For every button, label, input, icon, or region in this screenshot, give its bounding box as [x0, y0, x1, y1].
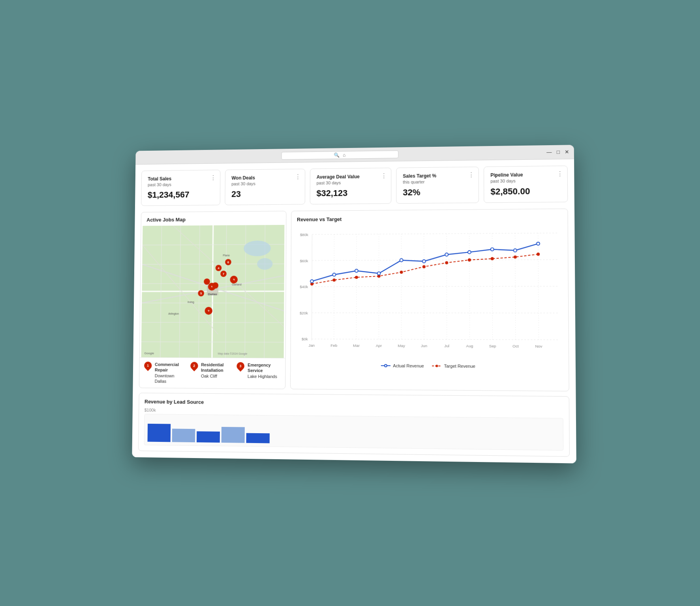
job-pin-num-3: 3	[240, 364, 242, 368]
kpi-label-1: Total Sales	[148, 176, 214, 182]
kpi-menu-dots-3[interactable]: ⋮	[381, 172, 387, 180]
kpi-sublabel-1: past 30 days	[148, 182, 214, 187]
job-item-2: 2 Residential Installation Oak Cliff	[190, 362, 233, 384]
svg-point-92	[332, 273, 336, 276]
job-pin-num-2: 2	[193, 364, 195, 368]
svg-text:Sep: Sep	[489, 344, 496, 348]
svg-text:$60k: $60k	[300, 258, 308, 263]
svg-point-96	[422, 260, 425, 263]
kpi-avg-deal: ⋮ Average Deal Value past 30 days $32,12…	[310, 168, 391, 204]
job-name-2: Residential Installation	[201, 362, 224, 372]
svg-text:Arlington: Arlington	[168, 312, 179, 315]
revenue-chart-title: Revenue vs Target	[297, 215, 561, 223]
svg-line-59	[334, 234, 334, 340]
svg-point-82	[355, 276, 358, 279]
svg-point-88	[490, 257, 494, 260]
map-title: Active Jobs Map	[141, 211, 286, 226]
svg-line-65	[469, 234, 469, 341]
svg-line-55	[312, 286, 558, 287]
main-content: ⋮ Total Sales past 30 days $1,234,567 ⋮ …	[132, 159, 576, 463]
svg-point-87	[467, 258, 471, 262]
address-bar[interactable]: 🔍 ⌂	[281, 150, 398, 160]
search-icon: 🔍	[334, 152, 340, 158]
svg-text:4: 4	[218, 266, 220, 270]
revenue-chart-svg: $80k $60k $40k $20k $0k	[296, 224, 563, 361]
svg-point-100	[513, 249, 516, 252]
kpi-menu-dots-1[interactable]: ⋮	[210, 174, 216, 181]
revenue-chart-section: Revenue vs Target $80k $60k $40k $20k $0…	[290, 208, 569, 391]
minimize-button[interactable]: —	[546, 149, 552, 155]
svg-text:$40k: $40k	[300, 284, 308, 289]
job-text-3: Emergency Service Lake Highlands	[248, 362, 281, 379]
kpi-sublabel-5: past 30 days	[490, 178, 561, 183]
lead-source-section: Revenue by Lead Source $100k	[138, 393, 570, 457]
svg-text:Feb: Feb	[330, 343, 337, 348]
kpi-menu-dots-2[interactable]: ⋮	[295, 173, 301, 180]
svg-text:$0k: $0k	[301, 337, 308, 341]
kpi-label-2: Won Deals	[231, 174, 298, 181]
kpi-sublabel-3: past 30 days	[316, 180, 385, 185]
app-window: 🔍 ⌂ — □ ✕ ⋮ Total Sales past 30 days $1,…	[132, 145, 576, 464]
map-container[interactable]: Dallas Plano Garland Irving Arlington 1	[139, 225, 286, 358]
kpi-sublabel-4: this quarter	[403, 179, 472, 184]
job-name-3: Emergency Service	[248, 363, 271, 373]
job-text-1: Commercial Repair Downtown Dallas	[154, 362, 187, 384]
lead-source-chart	[144, 414, 563, 451]
svg-point-81	[332, 279, 336, 282]
svg-point-86	[445, 261, 448, 264]
kpi-value-5: $2,850.00	[490, 186, 561, 197]
bar-3	[196, 431, 220, 443]
svg-text:Jul: Jul	[444, 344, 449, 348]
svg-point-93	[355, 269, 358, 272]
bar-5	[246, 433, 269, 443]
map-svg: Dallas Plano Garland Irving Arlington 1	[139, 225, 286, 358]
svg-text:7: 7	[222, 272, 224, 276]
kpi-value-2: 23	[231, 189, 298, 199]
svg-text:Map data ©2024 Google: Map data ©2024 Google	[218, 352, 247, 355]
svg-text:Jun: Jun	[421, 344, 427, 348]
kpi-menu-dots-4[interactable]: ⋮	[468, 171, 474, 178]
kpi-pipeline: ⋮ Pipeline Value past 30 days $2,850.00	[483, 166, 567, 203]
svg-text:5: 5	[200, 292, 202, 295]
svg-point-89	[513, 255, 516, 258]
job-location-1: Downtown Dallas	[154, 373, 174, 383]
svg-text:Google: Google	[144, 352, 154, 355]
home-icon: ⌂	[343, 152, 345, 157]
svg-line-57	[312, 339, 559, 340]
svg-point-95	[400, 258, 403, 262]
svg-line-56	[312, 313, 558, 313]
svg-text:May: May	[398, 343, 405, 348]
svg-text:$80k: $80k	[300, 232, 308, 237]
kpi-total-sales: ⋮ Total Sales past 30 days $1,234,567	[141, 170, 220, 206]
svg-point-98	[467, 251, 471, 254]
svg-line-68	[538, 233, 539, 341]
svg-text:Irving: Irving	[188, 301, 194, 304]
legend-actual: Actual Revenue	[381, 363, 424, 368]
close-button[interactable]: ✕	[565, 149, 569, 155]
kpi-label-4: Sales Target %	[403, 172, 472, 179]
maximize-button[interactable]: □	[556, 149, 559, 155]
svg-text:Mar: Mar	[353, 343, 360, 348]
legend-actual-label: Actual Revenue	[393, 363, 424, 368]
kpi-menu-dots-5[interactable]: ⋮	[556, 170, 563, 178]
job-pin-num-1: 1	[147, 363, 149, 367]
job-location-2: Oak Cliff	[201, 374, 217, 378]
svg-point-105	[435, 365, 438, 367]
svg-point-91	[310, 280, 313, 283]
job-item-3: 3 Emergency Service Lake Highlands	[236, 362, 280, 385]
kpi-sales-target: ⋮ Sales Target % this quarter 32%	[396, 166, 479, 204]
svg-point-94	[377, 272, 380, 275]
map-section: Active Jobs Map	[139, 211, 286, 389]
svg-point-90	[537, 252, 540, 256]
svg-text:$20k: $20k	[299, 311, 308, 315]
kpi-row: ⋮ Total Sales past 30 days $1,234,567 ⋮ …	[141, 166, 568, 206]
svg-text:Garland: Garland	[232, 283, 241, 286]
job-item-1: 1 Commercial Repair Downtown Dallas	[144, 361, 187, 384]
window-buttons: — □ ✕	[546, 149, 569, 155]
svg-text:Plano: Plano	[223, 254, 230, 257]
svg-line-58	[312, 234, 312, 340]
svg-line-60	[356, 234, 357, 341]
kpi-label-5: Pipeline Value	[490, 172, 561, 178]
bar-2	[172, 429, 195, 443]
svg-point-99	[490, 248, 494, 251]
